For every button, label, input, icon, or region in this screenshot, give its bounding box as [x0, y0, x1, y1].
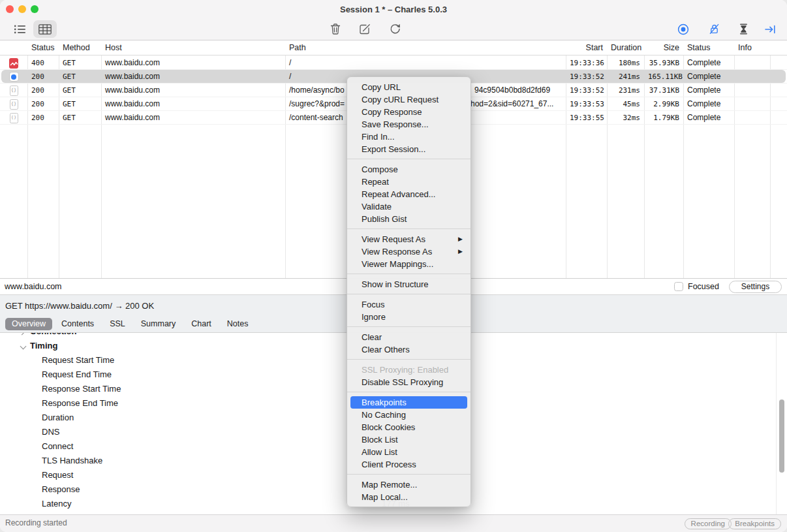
step-through-button[interactable]: [760, 20, 780, 38]
header-status2[interactable]: Status: [683, 40, 734, 55]
tab-summary[interactable]: Summary: [134, 318, 182, 330]
sequence-table-icon: [39, 24, 52, 35]
tab-contents[interactable]: Contents: [55, 318, 100, 330]
cell-size: 35.93KB: [644, 56, 683, 70]
focused-label: Focused: [688, 282, 719, 291]
header-path[interactable]: Path: [285, 40, 566, 55]
cell-state: Complete: [683, 84, 734, 97]
charles-window: Session 1 * – Charles 5.0.3: [0, 0, 787, 532]
tab-notes[interactable]: Notes: [221, 318, 255, 330]
cell-host: www.baidu.com: [101, 97, 285, 111]
compose-icon: [359, 23, 371, 35]
cell-info: [734, 97, 770, 111]
cell-host: www.baidu.com: [101, 111, 285, 125]
chevron-right-icon[interactable]: [19, 333, 25, 335]
menu-group: Breakpoints No Caching Block Cookies Blo…: [347, 392, 471, 475]
cell-duration: 231ms: [607, 84, 644, 97]
menu-item-find-in[interactable]: Find In...: [347, 131, 471, 143]
cell-path-end: 94c9504b0bd8d2fd69: [474, 84, 550, 97]
menu-item-map-local[interactable]: Map Local...: [347, 491, 471, 503]
tab-chart[interactable]: Chart: [185, 318, 218, 330]
cell-state: Complete: [683, 97, 734, 111]
cell-path: /: [285, 56, 566, 70]
menu-item-view-request-as[interactable]: View Request As ▶: [347, 233, 471, 245]
sequence-view-button[interactable]: [33, 20, 57, 38]
menu-group: Focus Ignore: [347, 294, 471, 327]
ssl-proxying-toggle-button[interactable]: [703, 20, 724, 38]
header-method[interactable]: Method: [59, 40, 101, 55]
submenu-arrow-icon: ▶: [458, 245, 463, 258]
header-host[interactable]: Host: [101, 40, 285, 55]
table-row[interactable]: 400 GET www.baidu.com / 19:33:36 180ms 3…: [0, 56, 787, 70]
close-button[interactable]: [6, 5, 14, 13]
menu-item-copy-curl[interactable]: Copy cURL Request: [347, 93, 471, 106]
menu-item-viewer-mappings[interactable]: Viewer Mappings...: [347, 258, 471, 270]
breakpoints-status-button[interactable]: Breakpoints: [728, 518, 781, 529]
repeat-button[interactable]: [384, 20, 405, 38]
menu-item-show-in-structure[interactable]: Show in Structure: [347, 278, 471, 290]
header-status[interactable]: Status: [27, 40, 59, 55]
header-start[interactable]: Start: [566, 40, 607, 55]
cell-path-start: /home/async/bo: [289, 86, 345, 95]
tab-overview[interactable]: Overview: [5, 318, 52, 330]
header-duration[interactable]: Duration: [607, 40, 644, 55]
menu-item-focus[interactable]: Focus: [347, 298, 471, 311]
menu-group: View Request As ▶ View Response As ▶ Vie…: [347, 229, 471, 274]
menu-item-save-response[interactable]: Save Response...: [347, 118, 471, 131]
menu-item-export-session[interactable]: Export Session...: [347, 143, 471, 155]
cell-state: Complete: [683, 56, 734, 70]
cell-status: 200: [27, 111, 59, 125]
tab-ssl[interactable]: SSL: [103, 318, 132, 330]
menu-group: Clear Clear Others: [347, 327, 471, 360]
menu-item-disable-ssl-proxying[interactable]: Disable SSL Proxying: [347, 376, 471, 388]
header-info[interactable]: Info: [734, 40, 770, 55]
zoom-button[interactable]: [31, 5, 39, 13]
focused-checkbox[interactable]: [674, 282, 683, 291]
chevron-down-icon[interactable]: [20, 343, 27, 350]
menu-item-repeat-advanced[interactable]: Repeat Advanced...: [347, 188, 471, 200]
cell-duration: 241ms: [607, 70, 644, 84]
menu-item-validate[interactable]: Validate: [347, 200, 471, 213]
cell-method: GET: [59, 111, 101, 125]
throttle-button[interactable]: [733, 20, 754, 38]
cell-start: 19:33:52: [566, 70, 607, 84]
menu-group: Show in Structure: [347, 274, 471, 294]
menu-item-compose[interactable]: Compose: [347, 163, 471, 176]
cell-status: 200: [27, 70, 59, 84]
menu-item-client-process[interactable]: Client Process: [347, 458, 471, 471]
cell-info: [734, 84, 770, 97]
compose-button[interactable]: [354, 20, 375, 38]
toolbar: [0, 18, 787, 40]
status-message: Recording started: [5, 515, 67, 531]
settings-button[interactable]: Settings: [729, 281, 782, 293]
record-toggle-button[interactable]: [673, 20, 694, 38]
menu-item-clear-others[interactable]: Clear Others: [347, 343, 471, 356]
submenu-arrow-icon: ▶: [458, 233, 463, 245]
minimize-button[interactable]: [18, 5, 26, 13]
menu-item-breakpoints[interactable]: Breakpoints: [350, 396, 467, 409]
menu-item-allow-list[interactable]: Allow List: [347, 446, 471, 458]
clear-session-button[interactable]: [325, 20, 346, 38]
menu-item-view-response-as[interactable]: View Response As ▶: [347, 245, 471, 258]
menu-item-block-list[interactable]: Block List: [347, 433, 471, 446]
cell-duration: 180ms: [607, 56, 644, 70]
ssl-disabled-lock-icon: [708, 23, 720, 35]
menu-item-no-caching[interactable]: No Caching: [347, 409, 471, 421]
menu-item-map-remote[interactable]: Map Remote...: [347, 478, 471, 491]
menu-item-ignore[interactable]: Ignore: [347, 311, 471, 323]
record-icon: [677, 23, 690, 36]
recording-status-button[interactable]: Recording: [685, 518, 732, 529]
scrollbar-thumb[interactable]: [779, 399, 784, 473]
menu-item-repeat[interactable]: Repeat: [347, 176, 471, 188]
menu-item-clear[interactable]: Clear: [347, 331, 471, 343]
cell-method: GET: [59, 97, 101, 111]
cell-size: 2.99KB: [644, 97, 683, 111]
structure-view-button[interactable]: [9, 20, 30, 38]
cell-method: GET: [59, 56, 101, 70]
menu-item-copy-url[interactable]: Copy URL: [347, 81, 471, 93]
cell-size: 165.11KB: [644, 70, 683, 84]
menu-item-block-cookies[interactable]: Block Cookies: [347, 421, 471, 433]
menu-item-copy-response[interactable]: Copy Response: [347, 106, 471, 118]
menu-item-publish-gist[interactable]: Publish Gist: [347, 213, 471, 225]
header-size[interactable]: Size: [644, 40, 683, 55]
